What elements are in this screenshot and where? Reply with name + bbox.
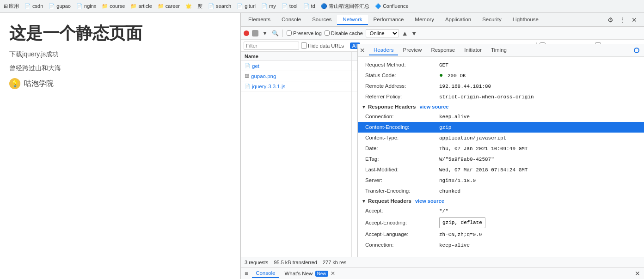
bookmark-star[interactable]: 🌟 <box>184 2 194 10</box>
file-row-jquery[interactable]: 📄 jquery-3.3.1.js <box>241 81 351 91</box>
settings-icon[interactable]: ⚙ <box>606 16 614 24</box>
disable-cache-input[interactable] <box>325 30 330 36</box>
file-name-get: get <box>252 63 259 69</box>
resp-content-encoding-row: Content-Encoding: gzip <box>358 122 644 133</box>
response-headers-arrow: ▼ <box>362 104 366 109</box>
file-name-jquery: jquery-3.3.1.js <box>252 84 285 89</box>
bookmark-degree[interactable]: 度 <box>196 2 204 11</box>
resp-date-val: Thu, 07 Jan 2021 10:09:49 GMT <box>439 145 527 153</box>
response-headers-section[interactable]: ▼ Response Headers view source <box>358 102 644 111</box>
download-icon: ▼ <box>411 30 417 37</box>
new-badge: New <box>315 271 328 277</box>
resp-last-modified-val: Wed, 07 Mar 2018 07:54:24 GMT <box>439 166 527 174</box>
req-accept-encoding-row: Accept-Encoding: gzip, deflate <box>358 216 644 229</box>
bookmark-gupao[interactable]: 📄 gupao <box>47 2 73 10</box>
bookmark-search[interactable]: 📄 search <box>206 2 233 10</box>
bookmark-my[interactable]: 📄 my <box>259 2 278 10</box>
tab-console[interactable]: Console <box>276 15 307 25</box>
referrer-policy-row: Referrer Policy: strict-origin-when-cros… <box>358 91 644 102</box>
request-method-key: Request Method: <box>365 61 439 69</box>
request-count: 3 requests <box>245 260 268 265</box>
tab-application[interactable]: Application <box>440 15 477 25</box>
resp-content-type-val: application/javascript <box>439 134 506 142</box>
page-title: 这是一个静态页面 <box>9 22 231 45</box>
bookmark-csdn[interactable]: 📄 csdn <box>23 2 45 10</box>
bookmark-apps[interactable]: ⊞ 应用 <box>2 2 21 11</box>
file-row-gupao[interactable]: 🖼 gupao.png <box>241 71 351 81</box>
disable-cache-checkbox[interactable]: Disable cache <box>325 30 363 36</box>
tab-network[interactable]: Network <box>337 15 368 25</box>
browser-toolbar: ⊞ 应用 📄 csdn 📄 gupao 📄 nginx 📁 course 📁 a… <box>0 0 644 13</box>
filter-input[interactable] <box>244 42 299 50</box>
resp-content-type-row: Content-Type: application/javascript <box>358 133 644 143</box>
close-console-icon[interactable]: ✕ <box>635 270 640 277</box>
remote-address-key: Remote Address: <box>365 82 439 90</box>
tab-security[interactable]: Security <box>477 15 507 25</box>
resp-transfer-encoding-key: Transfer-Encoding: <box>365 187 439 195</box>
details-panel: ✕ Headers Preview Response Initiator Tim… <box>357 61 644 257</box>
request-headers-section[interactable]: ▼ Request Headers view source <box>358 196 644 206</box>
status-code-key: Status Code: <box>365 71 439 79</box>
page-subtitle1: 下载jquery.js成功 <box>9 50 231 59</box>
resp-content-type-key: Content-Type: <box>365 133 439 142</box>
req-accept-language-key: Accept-Language: <box>365 230 439 238</box>
resp-etag-row: ETag: W/"5a9f9ab0-42587" <box>358 154 644 164</box>
filter-toggle-icon[interactable]: ▼ <box>261 30 269 37</box>
remote-address-val: 192.168.44.181:80 <box>439 82 491 91</box>
bookmark-td[interactable]: 📄 td <box>301 2 317 10</box>
preserve-log-input[interactable] <box>287 30 292 36</box>
bookmark-career[interactable]: 📁 career <box>156 2 182 10</box>
tab-lighthouse[interactable]: Lighthouse <box>507 15 544 25</box>
record-button[interactable] <box>244 30 249 36</box>
tab-elements[interactable]: Elements <box>243 15 276 25</box>
bookmark-confluence[interactable]: 🔷 Confluence <box>373 2 411 10</box>
resp-date-key: Date: <box>365 144 439 152</box>
resp-etag-key: ETag: <box>365 155 439 163</box>
bookmark-qingshan[interactable]: 🔵 青山稻选回答汇总 <box>319 2 371 11</box>
toolbar-separator1 <box>282 30 283 37</box>
file-row-get[interactable]: 📄 get <box>241 61 351 71</box>
response-headers-view-source[interactable]: view source <box>419 104 448 109</box>
close-devtools-icon[interactable]: ✕ <box>630 16 638 24</box>
devtools-panel: Elements Console Sources Network Perform… <box>240 13 644 279</box>
req-accept-encoding-key: Accept-Encoding: <box>365 218 439 227</box>
tab-performance[interactable]: Performance <box>368 15 410 25</box>
bookmark-giturl[interactable]: 📄 giturl <box>235 2 258 10</box>
bookmark-tool[interactable]: 📄 tool <box>280 2 300 10</box>
bookmark-article[interactable]: 📁 article <box>129 2 153 10</box>
throttle-select[interactable]: Online Fast 3G Slow 3G Offline <box>366 29 399 37</box>
more-options-icon[interactable]: ⋮ <box>618 16 626 24</box>
req-accept-language-row: Accept-Language: zh-CN,zh;q=0.9 <box>358 229 644 240</box>
resp-connection-val: keep-alive <box>439 113 470 121</box>
request-method-row: Request Method: GET <box>358 61 644 70</box>
tab-sources[interactable]: Sources <box>307 15 337 25</box>
request-method-val: GET <box>439 61 448 69</box>
transferred-size: 95.5 kB transferred <box>274 260 317 265</box>
resp-content-encoding-key: Content-Encoding: <box>365 123 439 131</box>
resp-etag-val: W/"5a9f9ab0-42587" <box>439 155 494 164</box>
name-column-header: Name <box>241 52 352 61</box>
req-accept-val: */* <box>439 207 448 215</box>
tab-memory[interactable]: Memory <box>409 15 440 25</box>
hide-data-urls-checkbox[interactable]: Hide data URLs <box>301 42 344 49</box>
bookmark-nginx[interactable]: 📄 nginx <box>74 2 98 10</box>
req-accept-row: Accept: */* <box>358 206 644 216</box>
request-headers-view-source[interactable]: view source <box>415 198 444 204</box>
req-connection-row: Connection: keep-alive <box>358 240 644 250</box>
search-icon[interactable]: 🔍 <box>271 30 279 37</box>
resp-last-modified-row: Last-Modified: Wed, 07 Mar 2018 07:54:24… <box>358 164 644 175</box>
preserve-log-checkbox[interactable]: Preserve log <box>287 30 322 36</box>
clear-button[interactable] <box>252 30 258 36</box>
page-subtitle2: 曾经跨过山和大海 <box>9 64 231 73</box>
whats-new-tab[interactable]: What's New New ✕ <box>281 269 338 278</box>
resp-transfer-encoding-val: chunked <box>439 187 460 195</box>
req-connection-val: keep-alive <box>439 241 470 249</box>
bookmark-course[interactable]: 📁 course <box>100 2 127 10</box>
console-menu-icon[interactable]: ≡ <box>245 270 248 277</box>
console-tab[interactable]: Console <box>252 269 279 278</box>
disable-cache-label: Disable cache <box>331 30 363 36</box>
resp-server-row: Server: nginx/1.18.0 <box>358 175 644 186</box>
whats-new-close-button[interactable]: ✕ <box>331 270 335 277</box>
filter-separator <box>347 42 347 49</box>
request-headers-arrow: ▼ <box>362 199 366 204</box>
